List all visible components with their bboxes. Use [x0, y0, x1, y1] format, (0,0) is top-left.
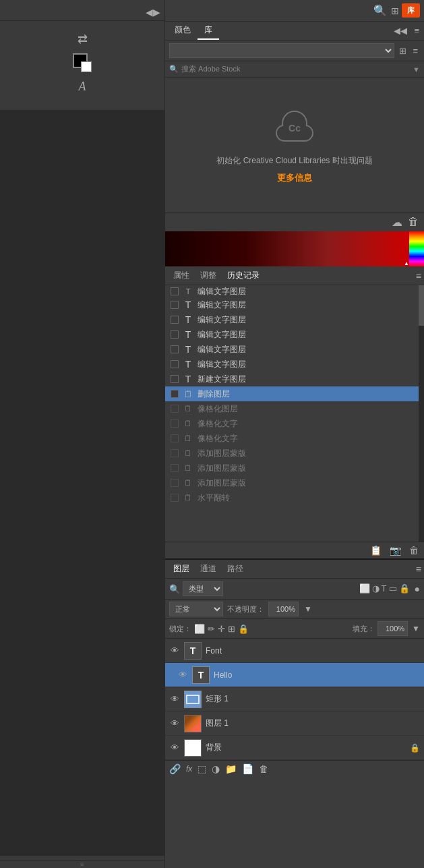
fx-icon[interactable]: fx [186, 764, 192, 774]
history-item-0[interactable]: T 编辑文字图层 [165, 297, 424, 312]
layer-menu-icon[interactable]: ≡ [416, 564, 421, 575]
color-library-tabs: 颜色 库 ◀◀ ≡ [165, 22, 424, 40]
delete-layer-icon[interactable]: 🗑 [259, 763, 268, 774]
new-folder-icon[interactable]: 📁 [225, 763, 237, 774]
history-checkbox[interactable] [171, 345, 179, 353]
history-checkbox[interactable] [171, 449, 179, 457]
layer-type-select[interactable]: 类型 [183, 581, 223, 596]
history-item-d1[interactable]: 🗒 像格化文字 [165, 416, 424, 431]
history-item-selected[interactable]: 🗒 删除图层 [165, 386, 424, 401]
history-camera-icon[interactable]: 📷 [390, 545, 401, 556]
history-delete-icon[interactable]: 🗑 [409, 545, 419, 556]
history-item-5[interactable]: T 新建文字图层 [165, 372, 424, 386]
layer-filter-text-icon[interactable]: T [382, 583, 387, 594]
layer-item-rect[interactable]: 👁 矩形 1 [165, 687, 424, 712]
tab-library[interactable]: 库 [198, 22, 219, 40]
history-checkbox[interactable] [171, 316, 179, 324]
layer-mode-select[interactable]: 正常 [169, 602, 223, 616]
layer-filter-adjust-icon[interactable]: ◑ [372, 583, 380, 594]
layer-filter-shape-icon[interactable]: ▭ [389, 583, 397, 594]
history-item-4[interactable]: T 编辑文字图层 [165, 357, 424, 372]
history-checkbox[interactable] [171, 464, 179, 472]
tab-properties[interactable]: 属性 [168, 267, 195, 284]
opacity-dropdown[interactable]: ▼ [304, 604, 312, 614]
layer-visibility-bg[interactable]: 👁 [169, 743, 180, 753]
tab-history[interactable]: 历史记录 [222, 267, 265, 284]
history-item-d3[interactable]: 🗒 添加图层蒙版 [165, 446, 424, 461]
layer-item-layer1[interactable]: 👁 图层 1 [165, 712, 424, 736]
lock-transparent-icon[interactable]: ⬜ [194, 624, 205, 634]
history-new-snapshot-icon[interactable]: 📋 [370, 545, 382, 556]
history-checkbox[interactable] [171, 419, 179, 428]
history-scrollbar[interactable] [419, 285, 424, 542]
search-dropdown-arrow[interactable]: ▼ [413, 65, 420, 74]
swap-tool-icon[interactable]: ⇄ [73, 30, 91, 48]
history-checkbox[interactable] [171, 301, 179, 309]
cc-library-button[interactable]: 库 [402, 3, 420, 18]
history-checkbox[interactable] [171, 360, 179, 368]
expand-icon[interactable]: ◀◀ [392, 24, 409, 37]
history-checkbox[interactable] [171, 405, 179, 413]
history-item-top-partial[interactable]: T 编辑文字图层 [165, 285, 424, 297]
list-view-icon[interactable]: ≡ [411, 45, 420, 57]
layer-filter-toggle[interactable]: ● [415, 583, 420, 594]
fill-input[interactable] [377, 621, 408, 636]
history-scroll-thumb[interactable] [419, 285, 424, 326]
new-adjustment-icon[interactable]: ◑ [212, 763, 220, 774]
library-search-placeholder[interactable]: 搜索 Adobe Stock [181, 64, 413, 74]
background-color[interactable] [81, 61, 92, 72]
resize-icon[interactable]: ◀▶ [146, 7, 160, 18]
history-checkbox[interactable] [171, 479, 179, 487]
history-item-d4[interactable]: 🗒 添加图层蒙版 [165, 461, 424, 475]
fill-dropdown[interactable]: ▼ [412, 624, 420, 633]
history-menu-icon[interactable]: ≡ [416, 270, 421, 281]
grid-view-icon[interactable]: ⊞ [397, 45, 408, 57]
history-item-d6[interactable]: 🗒 水平翻转 [165, 490, 424, 505]
layer-visibility-rect[interactable]: 👁 [169, 694, 180, 705]
tab-color[interactable]: 颜色 [168, 22, 198, 40]
tab-paths[interactable]: 路径 [222, 560, 249, 577]
history-checkbox[interactable] [171, 330, 179, 339]
lock-artboard-icon[interactable]: ⊞ [228, 624, 235, 634]
layer-visibility-hello[interactable]: 👁 [177, 670, 188, 681]
history-item-d2[interactable]: 🗒 像格化文字 [165, 431, 424, 446]
tab-adjustments[interactable]: 调整 [195, 267, 222, 284]
tab-channels[interactable]: 通道 [195, 560, 222, 577]
layer-item-hello[interactable]: 👁 T Hello [165, 663, 424, 687]
layer-visibility-layer1[interactable]: 👁 [169, 718, 180, 729]
new-layer-icon[interactable]: 📄 [242, 763, 253, 774]
tab-layers[interactable]: 图层 [168, 560, 195, 577]
history-item-d5[interactable]: 🗒 添加图层蒙版 [165, 475, 424, 490]
layer-filter-smart-icon[interactable]: 🔒 [399, 583, 410, 594]
panel-menu-icon[interactable]: ≡ [412, 24, 421, 37]
history-checkbox[interactable] [171, 494, 179, 502]
history-item-icon: 🗒 [183, 448, 193, 459]
layer-filter-pixel-icon[interactable]: ⬜ [359, 583, 370, 594]
more-info-link[interactable]: 更多信息 [277, 172, 312, 184]
lock-all-icon[interactable]: 🔒 [238, 624, 249, 634]
link-layers-icon[interactable]: 🔗 [169, 763, 181, 774]
layer-visibility-font[interactable]: 👁 [169, 645, 180, 656]
history-item-d0[interactable]: 🗒 像格化图层 [165, 401, 424, 416]
opacity-input[interactable] [268, 602, 299, 616]
history-item-3[interactable]: T 编辑文字图层 [165, 342, 424, 357]
history-checkbox[interactable] [171, 390, 179, 398]
canvas-scrollbar-h[interactable]: ≡ [0, 860, 164, 868]
delete-library-icon[interactable]: 🗑 [408, 216, 419, 229]
search-icon[interactable]: 🔍 [373, 4, 387, 17]
layer-item-bg[interactable]: 👁 背景 🔒 [165, 736, 424, 760]
lock-paint-icon[interactable]: ✏ [208, 624, 215, 634]
library-select[interactable] [169, 43, 394, 58]
history-checkbox[interactable] [171, 434, 179, 442]
add-mask-icon[interactable]: ⬚ [198, 763, 206, 774]
history-checkbox[interactable] [171, 287, 179, 295]
text-tool-icon[interactable]: A [73, 78, 91, 95]
color-gradient-bar[interactable]: ▲ [165, 231, 424, 266]
history-item-1[interactable]: T 编辑文字图层 [165, 312, 424, 327]
history-checkbox[interactable] [171, 375, 179, 383]
panel-layout-icon[interactable]: ⊞ [391, 5, 399, 16]
cloud-sync-icon[interactable]: ☁ [392, 216, 402, 229]
layer-item-font[interactable]: 👁 T Font [165, 639, 424, 663]
lock-move-icon[interactable]: ✛ [218, 624, 225, 634]
history-item-2[interactable]: T 编辑文字图层 [165, 327, 424, 342]
